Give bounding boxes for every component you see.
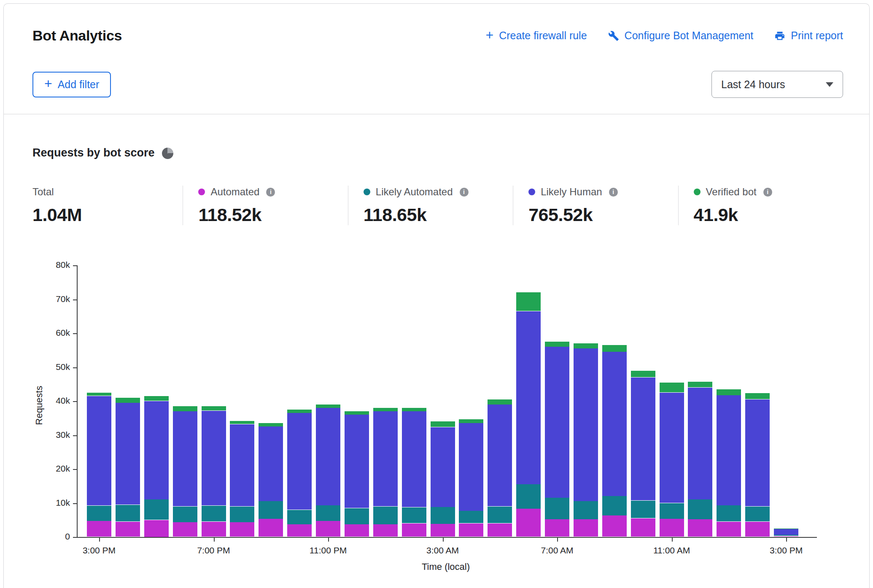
bar-segment[interactable] — [144, 520, 169, 537]
info-icon[interactable]: i — [266, 188, 275, 197]
bar-segment[interactable] — [230, 507, 254, 522]
bar-segment[interactable] — [631, 378, 655, 501]
bar-segment[interactable] — [545, 498, 569, 519]
bar-segment[interactable] — [202, 406, 226, 410]
bar-segment[interactable] — [144, 396, 169, 401]
info-icon[interactable]: i — [460, 188, 469, 197]
bar-segment[interactable] — [717, 395, 741, 505]
bar-segment[interactable] — [259, 426, 283, 501]
bar-segment[interactable] — [488, 523, 512, 537]
info-icon[interactable]: i — [609, 188, 618, 197]
bar-segment[interactable] — [602, 352, 627, 496]
bar-segment[interactable] — [688, 499, 712, 519]
bar-segment[interactable] — [87, 393, 111, 396]
bar-segment[interactable] — [574, 348, 598, 501]
bar-segment[interactable] — [173, 522, 197, 537]
bar-segment[interactable] — [774, 529, 798, 535]
bar-segment[interactable] — [402, 408, 426, 411]
bar-segment[interactable] — [774, 529, 798, 529]
bar-segment[interactable] — [116, 403, 140, 504]
bar-segment[interactable] — [688, 519, 712, 537]
bar-segment[interactable] — [202, 522, 226, 537]
bar-segment[interactable] — [316, 505, 340, 521]
bar-segment[interactable] — [459, 423, 483, 510]
bar-segment[interactable] — [602, 496, 627, 515]
bar-segment[interactable] — [688, 382, 712, 387]
bar-segment[interactable] — [660, 393, 684, 503]
configure-bot-management-link[interactable]: Configure Bot Management — [608, 30, 754, 42]
bar-segment[interactable] — [516, 311, 541, 484]
bar-segment[interactable] — [173, 406, 197, 411]
bar-segment[interactable] — [316, 408, 340, 505]
bar-segment[interactable] — [259, 519, 283, 537]
bar-segment[interactable] — [202, 506, 226, 521]
bar-segment[interactable] — [516, 509, 541, 537]
bar-segment[interactable] — [431, 421, 455, 427]
bar-segment[interactable] — [144, 401, 169, 499]
bar-segment[interactable] — [287, 410, 312, 413]
bar-segment[interactable] — [459, 511, 483, 523]
bar-segment[interactable] — [717, 505, 741, 521]
bar-segment[interactable] — [345, 415, 369, 508]
bar-segment[interactable] — [745, 522, 770, 537]
bar-segment[interactable] — [745, 399, 770, 506]
bar-segment[interactable] — [230, 421, 254, 424]
bar-segment[interactable] — [402, 523, 426, 537]
bar-segment[interactable] — [574, 343, 598, 348]
bar-segment[interactable] — [545, 342, 569, 347]
bar-segment[interactable] — [116, 522, 140, 537]
bar-segment[interactable] — [488, 507, 512, 523]
bar-segment[interactable] — [488, 405, 512, 506]
bar-segment[interactable] — [660, 519, 684, 537]
bar-segment[interactable] — [774, 535, 798, 536]
bar-segment[interactable] — [345, 524, 369, 537]
bar-segment[interactable] — [688, 388, 712, 499]
bar-segment[interactable] — [87, 521, 111, 537]
bar-segment[interactable] — [459, 419, 483, 423]
bar-segment[interactable] — [402, 507, 426, 523]
bar-segment[interactable] — [717, 389, 741, 395]
bar-segment[interactable] — [87, 506, 111, 521]
bar-segment[interactable] — [373, 411, 398, 506]
bar-segment[interactable] — [173, 507, 197, 522]
bar-segment[interactable] — [230, 522, 254, 537]
bar-segment[interactable] — [545, 347, 569, 498]
bar-segment[interactable] — [631, 371, 655, 378]
bar-segment[interactable] — [345, 508, 369, 524]
bar-segment[interactable] — [259, 501, 283, 518]
bar-segment[interactable] — [287, 524, 312, 537]
bar-segment[interactable] — [631, 518, 655, 537]
bar-segment[interactable] — [87, 396, 111, 506]
bar-segment[interactable] — [516, 484, 541, 508]
bar-segment[interactable] — [574, 519, 598, 537]
bar-segment[interactable] — [316, 405, 340, 408]
bar-segment[interactable] — [173, 411, 197, 506]
bar-segment[interactable] — [431, 507, 455, 524]
bar-segment[interactable] — [316, 521, 340, 537]
bar-segment[interactable] — [602, 515, 627, 537]
print-report-link[interactable]: Print report — [774, 30, 843, 42]
bar-segment[interactable] — [202, 411, 226, 506]
bar-segment[interactable] — [345, 411, 369, 415]
bar-segment[interactable] — [745, 507, 770, 522]
bar-segment[interactable] — [631, 501, 655, 518]
info-icon[interactable]: i — [763, 188, 772, 197]
bar-segment[interactable] — [287, 510, 312, 524]
bar-segment[interactable] — [116, 505, 140, 522]
bar-segment[interactable] — [745, 393, 770, 399]
create-firewall-rule-link[interactable]: + Create firewall rule — [485, 30, 587, 42]
bar-segment[interactable] — [402, 411, 426, 507]
bar-segment[interactable] — [259, 423, 283, 426]
bar-segment[interactable] — [431, 524, 455, 537]
bar-segment[interactable] — [516, 292, 541, 311]
bar-segment[interactable] — [574, 501, 598, 519]
bar-segment[interactable] — [431, 427, 455, 507]
bar-segment[interactable] — [545, 519, 569, 537]
bar-segment[interactable] — [373, 408, 398, 411]
bar-segment[interactable] — [459, 523, 483, 537]
bar-segment[interactable] — [488, 399, 512, 405]
bar-segment[interactable] — [116, 398, 140, 403]
bar-segment[interactable] — [774, 536, 798, 537]
bar-segment[interactable] — [660, 383, 684, 393]
time-range-select[interactable]: Last 24 hours — [711, 71, 843, 98]
